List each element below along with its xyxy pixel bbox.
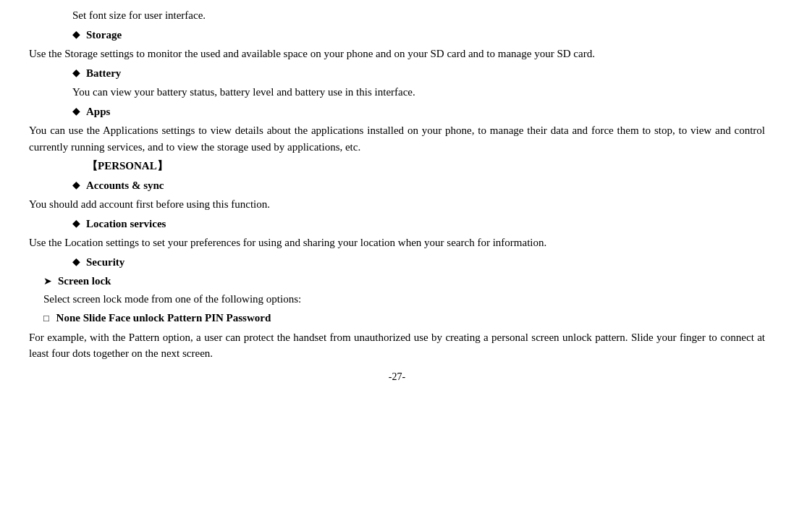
page-number: -27- <box>29 369 765 384</box>
screen-lock-body: Select screen lock mode from one of the … <box>43 291 765 308</box>
apps-heading: Apps <box>86 104 110 120</box>
screen-lock-heading: Screen lock <box>58 273 111 290</box>
personal-bracket: 【PERSONAL】 <box>87 158 765 174</box>
options-prefix: □ <box>43 313 49 324</box>
diamond-icon-security: ◆ <box>72 254 80 269</box>
location-services-body: Use the Location settings to set your pr… <box>29 235 765 251</box>
diamond-icon-accounts: ◆ <box>72 177 80 193</box>
diamond-icon-battery: ◆ <box>72 65 80 80</box>
storage-heading: Storage <box>86 27 122 43</box>
options-items: None Slide Face unlock Pattern PIN Passw… <box>56 312 271 324</box>
battery-body: You can view your battery status, batter… <box>72 84 765 101</box>
final-body: For example, with the Pattern option, a … <box>29 329 765 362</box>
accounts-sync-heading: Accounts & sync <box>86 177 164 194</box>
battery-heading: Battery <box>86 65 121 82</box>
accounts-sync-body: You should add account first before usin… <box>29 196 765 213</box>
diamond-icon-apps: ◆ <box>72 104 80 119</box>
apps-body: You can use the Applications settings to… <box>29 122 765 155</box>
diamond-icon-storage: ◆ <box>72 27 80 42</box>
security-heading: Security <box>86 254 124 271</box>
diamond-icon-location: ◆ <box>72 216 80 231</box>
location-services-heading: Location services <box>86 216 166 232</box>
storage-body: Use the Storage settings to monitor the … <box>29 46 765 62</box>
arrow-icon-screenlock: ➤ <box>43 274 52 289</box>
intro-text: Set font size for user interface. <box>72 9 206 21</box>
